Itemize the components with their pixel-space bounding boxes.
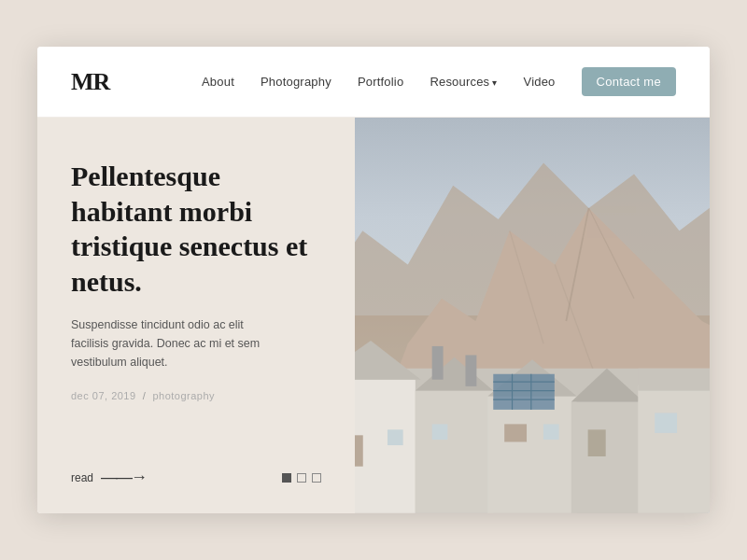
svg-rect-25 <box>355 436 363 467</box>
nav-video[interactable]: Video <box>524 75 556 89</box>
main-nav: About Photography Portfolio Resources Vi… <box>202 67 676 96</box>
article-meta: dec 07, 2019 / photography <box>71 390 321 401</box>
svg-rect-7 <box>355 380 416 513</box>
article-excerpt: Suspendisse tincidunt odio ac elit facil… <box>71 315 276 371</box>
article-date: dec 07, 2019 <box>71 390 136 401</box>
svg-rect-21 <box>571 402 644 513</box>
svg-rect-29 <box>543 425 559 441</box>
svg-marker-8 <box>355 341 421 380</box>
article-category: photography <box>152 390 215 401</box>
article-title: Pellentesque habitant morbi tristique se… <box>71 159 321 299</box>
browser-window: MR About Photography Portfolio Resources… <box>37 47 710 513</box>
read-label: read <box>71 471 93 484</box>
nav-resources[interactable]: Resources <box>430 75 497 89</box>
nav-photography[interactable]: Photography <box>261 75 331 89</box>
read-arrow-icon: ——→ <box>101 468 146 487</box>
nav-portfolio[interactable]: Portfolio <box>358 75 404 89</box>
svg-rect-13 <box>487 397 576 513</box>
svg-rect-24 <box>638 369 710 391</box>
article-footer: read ——→ <box>71 468 321 487</box>
svg-rect-26 <box>388 430 403 446</box>
site-logo: MR <box>71 68 109 96</box>
svg-rect-28 <box>504 425 527 442</box>
svg-rect-30 <box>588 430 606 457</box>
hero-image-panel <box>355 118 710 513</box>
slide-indicator-3[interactable] <box>312 473 321 483</box>
read-more-link[interactable]: read ——→ <box>71 468 146 487</box>
slide-indicators <box>282 473 321 483</box>
contact-button[interactable]: Contact me <box>582 67 676 96</box>
article-body: Pellentesque habitant morbi tristique se… <box>71 159 321 440</box>
slide-indicator-2[interactable] <box>297 473 306 483</box>
slide-indicator-1[interactable] <box>282 473 291 483</box>
svg-rect-12 <box>465 356 476 386</box>
svg-rect-23 <box>638 385 710 513</box>
hero-image <box>355 118 710 513</box>
houses-layer <box>355 335 710 513</box>
article-panel: Pellentesque habitant morbi tristique se… <box>37 118 355 513</box>
svg-rect-9 <box>416 391 493 513</box>
svg-rect-11 <box>432 346 444 380</box>
svg-rect-27 <box>432 425 448 441</box>
svg-rect-15 <box>493 374 555 410</box>
nav-about[interactable]: About <box>202 75 234 89</box>
svg-rect-31 <box>655 413 677 433</box>
header: MR About Photography Portfolio Resources… <box>37 47 710 118</box>
main-content: Pellentesque habitant morbi tristique se… <box>37 118 710 513</box>
